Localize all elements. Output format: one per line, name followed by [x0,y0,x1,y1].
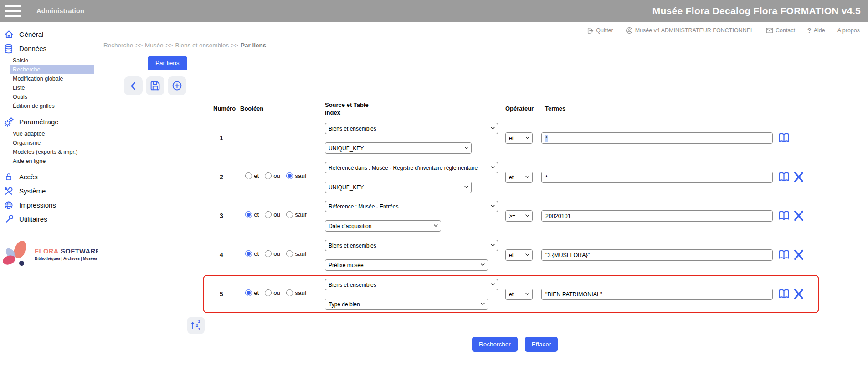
index-browse-book-icon[interactable] [777,248,791,261]
source-table-select[interactable]: Biens et ensembles [325,123,498,134]
menu-icon[interactable] [5,5,21,17]
boolean-sauf-radio-input[interactable] [286,289,293,296]
boolean-ou-radio-input[interactable] [265,172,272,179]
boolean-sauf-radio[interactable]: sauf [286,289,307,296]
boolean-sauf-radio[interactable]: sauf [286,172,307,179]
boolean-et-radio-input[interactable] [245,289,252,296]
boolean-sauf-radio-input[interactable] [286,250,293,257]
sidebar-item-aide-en-ligne[interactable]: Aide en ligne [10,157,94,166]
boolean-radio-group: etousauf [245,250,307,257]
sidebar-section-label: Général [19,30,43,38]
sidebar-section-acces[interactable]: Accès [0,170,98,184]
radio-label: ou [273,211,280,218]
database-icon [3,43,15,54]
boolean-sauf-radio-input[interactable] [286,172,293,179]
operator-select[interactable]: >= [505,210,533,222]
app-menu-label: Administration [36,7,84,15]
effacer-button[interactable]: Effacer [525,337,558,352]
operator-select[interactable]: et [505,172,533,183]
sidebar-item-modeles-exports-impr[interactable]: Modèles (exports & impr.) [10,147,94,157]
boolean-et-radio[interactable]: et [245,172,259,179]
boolean-et-radio[interactable]: et [245,211,259,218]
sidebar-section-parametrage[interactable]: Paramétrage [0,115,98,129]
boolean-sauf-radio[interactable]: sauf [286,211,307,218]
query-row-4: 4etousaufBiens et ensemblesPréfixe musée… [98,240,827,271]
boolean-et-radio-input[interactable] [245,250,252,257]
boolean-ou-radio-input[interactable] [265,211,272,218]
rechercher-button[interactable]: Rechercher [472,337,518,352]
boolean-ou-radio[interactable]: ou [265,289,280,296]
index-select[interactable]: UNIQUE_KEY [325,142,472,154]
boolean-ou-radio[interactable]: ou [265,172,280,179]
index-browse-book-icon[interactable] [777,288,791,300]
boolean-et-radio[interactable]: et [245,250,259,257]
radio-label: ou [273,172,280,179]
query-row-1: 1Biens et ensemblesUNIQUE_KEYet [98,123,827,154]
sort-button[interactable]: 321 [187,317,205,334]
radio-label: et [254,289,259,296]
delete-row-icon[interactable] [792,248,806,262]
lock-icon [3,172,15,182]
boolean-radio-group: etousauf [245,172,307,179]
source-table-select[interactable]: Biens et ensembles [325,240,498,251]
sidebar-section-impressions[interactable]: Impressions [0,198,98,212]
boolean-ou-radio-input[interactable] [265,250,272,257]
logo-brand2: SOFTWARE [61,248,98,255]
index-select[interactable]: Date d'acquisition [325,220,441,232]
main-content: QuitterMusée v4 ADMINISTRATEUR FONCTIONN… [98,22,868,380]
sidebar-item-saisie[interactable]: Saisie [10,56,94,65]
operator-select[interactable]: et [505,249,533,261]
source-table-select[interactable]: Biens et ensembles [325,279,498,290]
radio-label: et [254,172,259,179]
radio-label: sauf [295,211,307,218]
delete-row-icon[interactable] [792,287,806,301]
delete-row-icon[interactable] [792,209,806,223]
query-row-2: 2etousaufRéférencé dans : Musée - Regist… [98,162,827,193]
index-select[interactable]: Type de bien [325,299,488,310]
boolean-et-radio[interactable]: et [245,289,259,296]
source-table-select[interactable]: Référencé dans : Musée - Registre d'inve… [325,162,498,173]
sidebar-section-utilitaires[interactable]: Utilitaires [0,212,98,226]
wrench-icon [3,214,15,225]
operator-select[interactable]: et [505,132,533,144]
row-number: 5 [215,290,228,298]
delete-row-icon[interactable] [792,170,806,184]
terms-input[interactable] [541,210,773,222]
sidebar-section-systeme[interactable]: Système [0,184,98,198]
sidebar-section-donnees[interactable]: Données [0,41,98,56]
boolean-et-radio-input[interactable] [245,211,252,218]
index-browse-book-icon[interactable] [777,132,791,144]
butterfly-logo-icon [2,240,32,268]
sidebar-section-label: Données [19,45,46,52]
terms-input[interactable] [541,172,773,183]
terms-input[interactable] [541,289,773,300]
terms-input[interactable] [541,132,773,144]
terms-input[interactable] [541,249,773,261]
sidebar-nav: GénéralDonnéesSaisieRechercheModificatio… [0,22,98,226]
sidebar-item-recherche[interactable]: Recherche [10,65,94,74]
radio-label: ou [273,289,280,296]
operator-select[interactable]: et [505,289,533,300]
boolean-sauf-radio[interactable]: sauf [286,250,307,257]
index-browse-book-icon[interactable] [777,171,791,183]
boolean-ou-radio-input[interactable] [265,289,272,296]
boolean-et-radio-input[interactable] [245,172,252,179]
boolean-ou-radio[interactable]: ou [265,211,280,218]
sidebar-section-general[interactable]: Général [0,27,98,41]
flora-software-logo: FLORA SOFTWARE Bibliothèques | Archives … [2,240,98,268]
sidebar-item-edition-de-grilles[interactable]: Édition de grilles [10,101,94,111]
sidebar-item-vue-adaptee[interactable]: Vue adaptée [10,129,94,138]
index-browse-book-icon[interactable] [777,209,791,222]
app-title: Musée Flora Decalog Flora FORMATION v4.5 [652,5,861,16]
boolean-sauf-radio-input[interactable] [286,211,293,218]
sidebar-item-outils[interactable]: Outils [10,92,94,101]
sidebar-item-liste[interactable]: Liste [10,83,94,92]
form-actions: Rechercher Effacer [472,337,558,352]
sidebar-item-organisme[interactable]: Organisme [10,138,94,147]
source-table-select[interactable]: Référence : Musée - Entrées [325,201,498,212]
index-select[interactable]: UNIQUE_KEY [325,182,472,193]
sidebar-item-modification-globale[interactable]: Modification globale [10,74,94,83]
boolean-ou-radio[interactable]: ou [265,250,280,257]
sidebar-section-label: Accès [19,173,38,181]
index-select[interactable]: Préfixe musée [325,259,488,271]
